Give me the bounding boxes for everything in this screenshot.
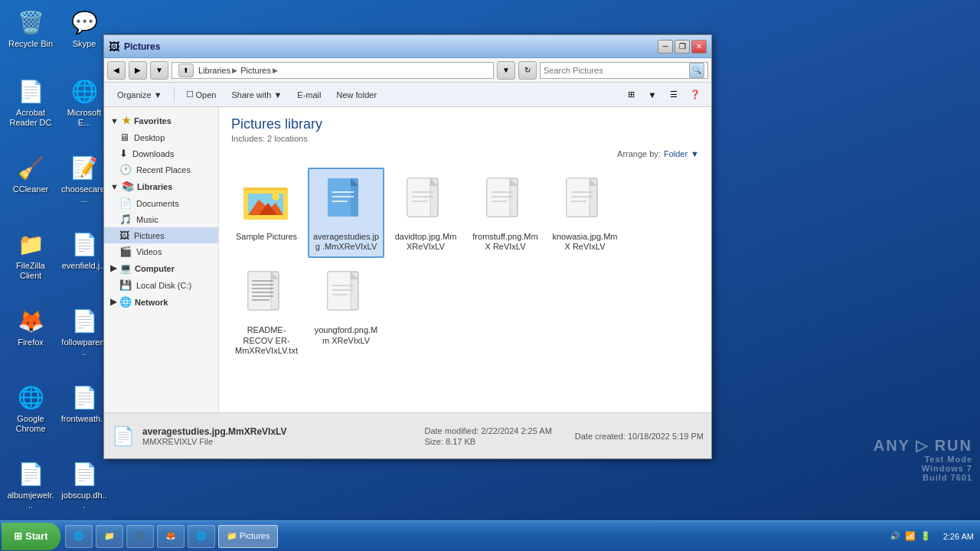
- search-button[interactable]: 🔍: [689, 63, 704, 78]
- email-button[interactable]: E-mail: [290, 86, 328, 104]
- albumjewel-label: albumjewelr...: [7, 491, 54, 510]
- taskbar-chrome-button[interactable]: 🌐: [188, 525, 215, 548]
- taskbar-ie-button[interactable]: 🌐: [65, 525, 93, 548]
- help-button[interactable]: ❓: [685, 86, 705, 104]
- nav-item-documents[interactable]: 📄 Documents: [104, 195, 218, 211]
- recent-places-nav-icon: 🕐: [119, 164, 132, 175]
- file-item-averagestudies[interactable]: averagestudies.jpg .MmXReVIxLV: [308, 168, 384, 258]
- filezilla-icon: 📁: [15, 229, 46, 259]
- path-part-libraries[interactable]: Libraries ▶: [198, 66, 237, 75]
- network-icon[interactable]: 📶: [905, 531, 916, 541]
- youngford-icon-container: [322, 267, 371, 322]
- address-path[interactable]: ⬆ Libraries ▶ Pictures ▶: [172, 62, 494, 79]
- favorites-star-icon: ★: [122, 115, 131, 126]
- nav-item-pictures[interactable]: 🖼 Pictures: [104, 227, 218, 243]
- acrobat-icon: 📄: [15, 76, 46, 106]
- libraries-header[interactable]: ▼ 📚 Libraries: [104, 178, 218, 195]
- open-checkbox-icon: ☐: [186, 90, 194, 99]
- open-button[interactable]: ☐ Open: [179, 86, 224, 104]
- file-item-youngford[interactable]: youngford.png.Mm XReVIxLV: [308, 261, 384, 362]
- toolbar-separator-1: [174, 87, 175, 103]
- taskbar-pictures-window-button[interactable]: 📁 Pictures: [218, 525, 279, 548]
- volume-icon[interactable]: 🔊: [890, 531, 900, 541]
- favorites-header[interactable]: ▼ ★ Favorites: [104, 112, 218, 129]
- svg-rect-15: [407, 178, 430, 217]
- videos-nav-icon: 🎬: [119, 246, 132, 257]
- view-button[interactable]: ⊞: [621, 86, 641, 104]
- window-icon: 🖼: [109, 41, 119, 53]
- taskbar-firefox-button[interactable]: 🦊: [157, 525, 185, 548]
- status-date-created: Date created: 10/18/2022 5:19 PM: [575, 432, 704, 441]
- taskbar-explorer-button[interactable]: 📁: [96, 525, 123, 548]
- up-button[interactable]: ⬆: [178, 64, 194, 77]
- taskbar-area: 🌐 📁 🎵 🦊 🌐 📁 Pictures: [60, 525, 884, 548]
- followparent-label: followparen...: [60, 337, 108, 357]
- svg-rect-9: [328, 178, 351, 217]
- file-icon-svg-fromstuff: [485, 177, 525, 226]
- libraries-arrow-icon: ▼: [110, 182, 119, 191]
- file-label-knowasia: knowasia.jpg.MmX ReVIxLV: [551, 232, 619, 252]
- file-item-readme[interactable]: README-RECOV ER-MmXReVIxLV.txt: [228, 261, 305, 362]
- address-bar: ◀ ▶ ▼ ⬆ Libraries ▶ Pictures ▶ ▼ ↻ 🔍: [104, 58, 711, 83]
- file-item-fromstuff[interactable]: fromstuff.png.MmX ReVIxLV: [467, 168, 544, 258]
- search-input[interactable]: [544, 66, 689, 75]
- path-part-pictures[interactable]: Pictures ▶: [240, 66, 278, 75]
- path-dropdown-button[interactable]: ▼: [497, 61, 515, 80]
- restore-button[interactable]: ❐: [675, 40, 690, 54]
- computer-header[interactable]: ▶ 💻 Computer: [104, 259, 218, 277]
- status-date-modified: Date modified: 2/22/2024 2:25 AM: [424, 426, 551, 435]
- nav-item-desktop[interactable]: 🖥 Desktop: [104, 129, 218, 145]
- refresh-button[interactable]: ↻: [518, 61, 537, 80]
- organize-button[interactable]: Organize ▼: [110, 86, 169, 104]
- close-button[interactable]: ✕: [691, 40, 707, 54]
- nav-item-local-disk[interactable]: 💾 Local Disk (C:): [104, 277, 218, 293]
- network-header[interactable]: ▶ 🌐 Network: [104, 293, 218, 311]
- view-arrow-button[interactable]: ▼: [642, 86, 662, 104]
- desktop-icon-ccleaner[interactable]: 🧹 CCleaner: [4, 149, 57, 197]
- status-file-icon: 📄: [112, 425, 135, 447]
- desktop-icon-filezilla[interactable]: 📁 FileZilla Client: [4, 226, 57, 284]
- firefox-icon: 🦊: [15, 305, 46, 336]
- file-label-fromstuff: fromstuff.png.MmX ReVIxLV: [472, 232, 539, 252]
- network-icon: 🌐: [119, 296, 132, 308]
- arrange-dropdown-icon[interactable]: ▼: [691, 149, 699, 158]
- details-view-button[interactable]: ☰: [664, 86, 684, 104]
- desktop-icon-recycle-bin[interactable]: 🗑️ Recycle Bin: [4, 4, 57, 52]
- file-icon-svg-readme: [247, 270, 286, 319]
- desktop-icon-chrome[interactable]: 🌐 Google Chrome: [4, 379, 57, 437]
- taskbar-media-button[interactable]: 🎵: [126, 525, 154, 548]
- nav-item-music[interactable]: 🎵 Music: [104, 211, 218, 227]
- forward-button[interactable]: ▶: [129, 61, 147, 80]
- arrange-by-label: Arrange by:: [617, 149, 661, 158]
- frontweath-label: frontweath...: [61, 414, 108, 424]
- microsoft-edge-label: Microsoft E...: [60, 108, 108, 128]
- desktop-icon-jobscup[interactable]: 📄 jobscup.dh...: [57, 455, 111, 514]
- status-info: averagestudies.jpg.MmXReVIxLV MMXREVIXLV…: [142, 426, 416, 446]
- svg-rect-27: [567, 178, 590, 217]
- file-item-knowasia[interactable]: knowasia.jpg.MmX ReVIxLV: [547, 168, 623, 258]
- new-folder-button[interactable]: New folder: [330, 86, 384, 104]
- pane-title: Pictures library: [231, 116, 699, 132]
- back-button[interactable]: ◀: [107, 61, 126, 80]
- file-item-davidtop[interactable]: davidtop.jpg.MmXReVIxLV: [387, 168, 464, 258]
- desktop-icon-acrobat[interactable]: 📄 Acrobat Reader DC: [4, 73, 57, 131]
- downloads-nav-icon: ⬇: [119, 148, 128, 159]
- nav-item-recent-places[interactable]: 🕐 Recent Places: [104, 161, 218, 178]
- jobscup-icon: 📄: [69, 458, 100, 489]
- file-item-sample-pictures[interactable]: Sample Pictures: [228, 168, 305, 258]
- watermark-brand: ANY ▷ RUN: [874, 436, 972, 455]
- battery-icon[interactable]: 🔋: [920, 531, 931, 541]
- share-with-button[interactable]: Share with ▼: [224, 86, 289, 104]
- evenfield-icon: 📄: [69, 229, 100, 259]
- minimize-button[interactable]: ─: [658, 40, 673, 54]
- desktop-icon-firefox[interactable]: 🦊 Firefox: [4, 302, 57, 350]
- file-grid: Sample Pictures: [225, 165, 705, 365]
- status-file-type: MMXREVIXLV File: [142, 437, 416, 446]
- start-button[interactable]: ⊞ Start: [2, 523, 60, 550]
- chrome-icon: 🌐: [15, 382, 46, 412]
- nav-item-downloads[interactable]: ⬇ Downloads: [104, 145, 218, 161]
- desktop-icon-albumjewel[interactable]: 📄 albumjewelr...: [4, 455, 57, 514]
- recent-button[interactable]: ▼: [150, 61, 168, 80]
- nav-item-videos[interactable]: 🎬 Videos: [104, 243, 218, 259]
- skype-label: Skype: [73, 39, 96, 49]
